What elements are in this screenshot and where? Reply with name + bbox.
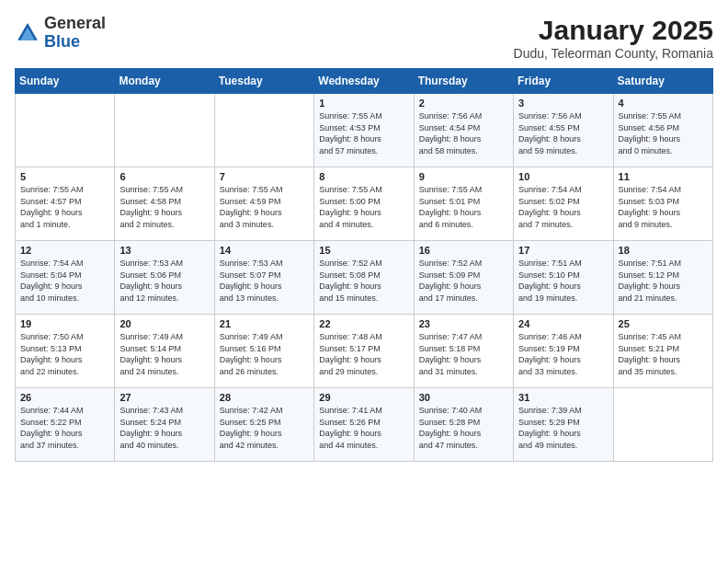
- day-info: Sunrise: 7:39 AM Sunset: 5:29 PM Dayligh…: [518, 405, 608, 451]
- day-number: 16: [419, 245, 508, 256]
- day-number: 11: [619, 171, 708, 182]
- day-info: Sunrise: 7:56 AM Sunset: 4:54 PM Dayligh…: [419, 110, 508, 156]
- cell-4-6: [613, 388, 712, 462]
- day-info: Sunrise: 7:55 AM Sunset: 4:58 PM Dayligh…: [119, 184, 209, 230]
- cell-3-1: 20Sunrise: 7:49 AM Sunset: 5:14 PM Dayli…: [115, 315, 214, 388]
- day-info: Sunrise: 7:45 AM Sunset: 5:21 PM Dayligh…: [619, 331, 708, 377]
- day-number: 9: [419, 171, 508, 182]
- cell-2-5: 17Sunrise: 7:51 AM Sunset: 5:10 PM Dayli…: [514, 241, 613, 315]
- day-number: 22: [319, 318, 408, 329]
- day-info: Sunrise: 7:43 AM Sunset: 5:24 PM Dayligh…: [119, 405, 209, 451]
- day-info: Sunrise: 7:53 AM Sunset: 5:07 PM Dayligh…: [220, 258, 309, 304]
- cell-1-5: 10Sunrise: 7:54 AM Sunset: 5:02 PM Dayli…: [514, 167, 613, 241]
- day-number: 6: [119, 171, 209, 182]
- cell-1-1: 6Sunrise: 7:55 AM Sunset: 4:58 PM Daylig…: [115, 167, 214, 241]
- logo-blue: Blue: [44, 32, 80, 51]
- header-sunday: Sunday: [16, 69, 115, 94]
- cell-3-3: 22Sunrise: 7:48 AM Sunset: 5:17 PM Dayli…: [314, 315, 414, 388]
- day-info: Sunrise: 7:54 AM Sunset: 5:04 PM Dayligh…: [20, 258, 109, 304]
- header-monday: Monday: [115, 69, 214, 94]
- cell-3-4: 23Sunrise: 7:47 AM Sunset: 5:18 PM Dayli…: [414, 315, 513, 388]
- day-info: Sunrise: 7:50 AM Sunset: 5:13 PM Dayligh…: [20, 331, 109, 377]
- cell-0-3: 1Sunrise: 7:55 AM Sunset: 4:53 PM Daylig…: [314, 94, 414, 167]
- cell-0-2: [214, 94, 313, 167]
- day-number: 18: [619, 245, 708, 256]
- day-number: 4: [619, 98, 708, 109]
- cell-4-3: 29Sunrise: 7:41 AM Sunset: 5:26 PM Dayli…: [314, 388, 414, 462]
- cell-4-1: 27Sunrise: 7:43 AM Sunset: 5:24 PM Dayli…: [115, 388, 214, 462]
- day-info: Sunrise: 7:46 AM Sunset: 5:19 PM Dayligh…: [518, 331, 608, 377]
- day-number: 17: [518, 245, 608, 256]
- day-number: 19: [20, 318, 109, 329]
- title-block: January 2025 Dudu, Teleorman County, Rom…: [514, 15, 713, 61]
- day-info: Sunrise: 7:52 AM Sunset: 5:08 PM Dayligh…: [319, 258, 408, 304]
- cell-4-2: 28Sunrise: 7:42 AM Sunset: 5:25 PM Dayli…: [214, 388, 313, 462]
- day-number: 24: [518, 318, 608, 329]
- day-info: Sunrise: 7:49 AM Sunset: 5:16 PM Dayligh…: [220, 331, 309, 377]
- day-info: Sunrise: 7:48 AM Sunset: 5:17 PM Dayligh…: [319, 331, 408, 377]
- day-number: 27: [119, 392, 209, 403]
- day-info: Sunrise: 7:55 AM Sunset: 4:59 PM Dayligh…: [220, 184, 309, 230]
- day-number: 8: [319, 171, 408, 182]
- cell-1-6: 11Sunrise: 7:54 AM Sunset: 5:03 PM Dayli…: [613, 167, 712, 241]
- logo: General Blue: [15, 15, 106, 52]
- week-row-1: 5Sunrise: 7:55 AM Sunset: 4:57 PM Daylig…: [16, 167, 713, 241]
- week-row-4: 26Sunrise: 7:44 AM Sunset: 5:22 PM Dayli…: [16, 388, 713, 462]
- week-row-2: 12Sunrise: 7:54 AM Sunset: 5:04 PM Dayli…: [16, 241, 713, 315]
- day-info: Sunrise: 7:51 AM Sunset: 5:10 PM Dayligh…: [518, 258, 608, 304]
- cell-2-2: 14Sunrise: 7:53 AM Sunset: 5:07 PM Dayli…: [214, 241, 313, 315]
- header-friday: Friday: [514, 69, 613, 94]
- logo-text: General Blue: [44, 15, 106, 52]
- header-tuesday: Tuesday: [214, 69, 313, 94]
- day-number: 25: [619, 318, 708, 329]
- cell-4-0: 26Sunrise: 7:44 AM Sunset: 5:22 PM Dayli…: [16, 388, 115, 462]
- day-number: 3: [518, 98, 608, 109]
- cell-3-2: 21Sunrise: 7:49 AM Sunset: 5:16 PM Dayli…: [214, 315, 313, 388]
- day-info: Sunrise: 7:55 AM Sunset: 5:00 PM Dayligh…: [319, 184, 408, 230]
- day-info: Sunrise: 7:44 AM Sunset: 5:22 PM Dayligh…: [20, 405, 109, 451]
- day-number: 13: [119, 245, 209, 256]
- cell-1-0: 5Sunrise: 7:55 AM Sunset: 4:57 PM Daylig…: [16, 167, 115, 241]
- day-info: Sunrise: 7:52 AM Sunset: 5:09 PM Dayligh…: [419, 258, 508, 304]
- week-row-3: 19Sunrise: 7:50 AM Sunset: 5:13 PM Dayli…: [16, 315, 713, 388]
- day-info: Sunrise: 7:40 AM Sunset: 5:28 PM Dayligh…: [419, 405, 508, 451]
- header-row: Sunday Monday Tuesday Wednesday Thursday…: [16, 69, 713, 94]
- day-number: 14: [220, 245, 309, 256]
- day-number: 20: [119, 318, 209, 329]
- logo-general: General: [44, 14, 106, 32]
- week-row-0: 1Sunrise: 7:55 AM Sunset: 4:53 PM Daylig…: [16, 94, 713, 167]
- day-info: Sunrise: 7:49 AM Sunset: 5:14 PM Dayligh…: [119, 331, 209, 377]
- day-number: 7: [220, 171, 309, 182]
- day-number: 5: [20, 171, 109, 182]
- day-number: 2: [419, 98, 508, 109]
- cell-2-6: 18Sunrise: 7:51 AM Sunset: 5:12 PM Dayli…: [613, 241, 712, 315]
- cell-4-4: 30Sunrise: 7:40 AM Sunset: 5:28 PM Dayli…: [414, 388, 513, 462]
- cell-0-1: [115, 94, 214, 167]
- day-info: Sunrise: 7:55 AM Sunset: 5:01 PM Dayligh…: [419, 184, 508, 230]
- day-info: Sunrise: 7:41 AM Sunset: 5:26 PM Dayligh…: [319, 405, 408, 451]
- day-number: 26: [20, 392, 109, 403]
- day-info: Sunrise: 7:56 AM Sunset: 4:55 PM Dayligh…: [518, 110, 608, 156]
- calendar-table: Sunday Monday Tuesday Wednesday Thursday…: [15, 68, 713, 462]
- day-number: 15: [319, 245, 408, 256]
- day-info: Sunrise: 7:42 AM Sunset: 5:25 PM Dayligh…: [220, 405, 309, 451]
- cell-1-2: 7Sunrise: 7:55 AM Sunset: 4:59 PM Daylig…: [214, 167, 313, 241]
- day-number: 10: [518, 171, 608, 182]
- cell-2-3: 15Sunrise: 7:52 AM Sunset: 5:08 PM Dayli…: [314, 241, 414, 315]
- cell-2-1: 13Sunrise: 7:53 AM Sunset: 5:06 PM Dayli…: [115, 241, 214, 315]
- day-number: 12: [20, 245, 109, 256]
- location-subtitle: Dudu, Teleorman County, Romania: [514, 46, 713, 61]
- cell-4-5: 31Sunrise: 7:39 AM Sunset: 5:29 PM Dayli…: [514, 388, 613, 462]
- cell-0-4: 2Sunrise: 7:56 AM Sunset: 4:54 PM Daylig…: [414, 94, 513, 167]
- day-info: Sunrise: 7:47 AM Sunset: 5:18 PM Dayligh…: [419, 331, 508, 377]
- header-saturday: Saturday: [613, 69, 712, 94]
- cell-0-0: [16, 94, 115, 167]
- day-info: Sunrise: 7:54 AM Sunset: 5:02 PM Dayligh…: [518, 184, 608, 230]
- day-info: Sunrise: 7:55 AM Sunset: 4:57 PM Dayligh…: [20, 184, 109, 230]
- day-number: 21: [220, 318, 309, 329]
- day-info: Sunrise: 7:51 AM Sunset: 5:12 PM Dayligh…: [619, 258, 708, 304]
- cell-0-5: 3Sunrise: 7:56 AM Sunset: 4:55 PM Daylig…: [514, 94, 613, 167]
- cell-3-6: 25Sunrise: 7:45 AM Sunset: 5:21 PM Dayli…: [613, 315, 712, 388]
- day-number: 23: [419, 318, 508, 329]
- day-info: Sunrise: 7:53 AM Sunset: 5:06 PM Dayligh…: [119, 258, 209, 304]
